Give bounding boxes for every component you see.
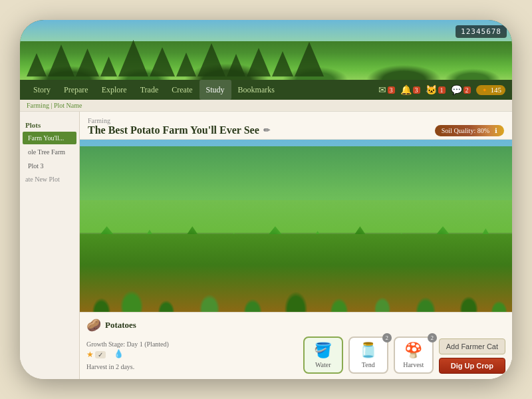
water-icon: 🪣	[314, 342, 332, 359]
farm-illustration	[80, 140, 512, 312]
crop-icon: 🥔	[86, 318, 101, 332]
water-label: Water	[315, 361, 331, 368]
harvest-text: Harvest in 2 days.	[86, 363, 303, 370]
mail-icon: ✉	[378, 84, 386, 96]
content-panel: Farming The Best Potato Farm You'll Ever…	[80, 112, 512, 379]
edit-icon[interactable]: ✏	[263, 126, 270, 136]
content-category: Farming	[88, 117, 504, 124]
harvest-icon: 🍄	[404, 342, 422, 359]
action-panel: 🥔 Potatoes Growth Stage: Day 1 (Planted)…	[80, 312, 512, 379]
nav-prepare[interactable]: Prepare	[57, 80, 95, 100]
action-harvest-wrap: 🍄 Harvest 2	[394, 336, 434, 374]
breadcrumb-bar: Farming | Plot Name	[20, 100, 512, 112]
sidebar-item-0[interactable]: Farm You'll...	[23, 132, 76, 144]
nav-bar: Story Prepare Explore Trade Create Study…	[20, 80, 512, 100]
action-tend-button[interactable]: 🫙 Tend	[348, 336, 388, 374]
content-header: Farming The Best Potato Farm You'll Ever…	[80, 112, 512, 140]
sidebar-item-2[interactable]: Plot 3	[23, 160, 76, 172]
star-row: ★ ✓ 💧	[86, 349, 303, 361]
harvest-label: Harvest	[403, 361, 424, 368]
nav-bookmarks[interactable]: Bookmarks	[231, 80, 281, 100]
tend-count: 2	[382, 333, 392, 342]
breadcrumb-parent[interactable]: Farming	[27, 102, 49, 109]
cat-badge[interactable]: 🐱 1	[426, 84, 446, 96]
star-icon: ★	[86, 350, 94, 360]
main-area: Plots Farm You'll... ole Tree Farm Plot …	[20, 112, 512, 379]
cat-icon: 🐱	[426, 84, 437, 96]
sidebar-item-1[interactable]: ole Tree Farm	[23, 146, 76, 158]
sidebar-add-new[interactable]: ate New Plot	[20, 173, 79, 186]
soil-quality-badge: Soil Quality: 80% ℹ	[435, 125, 504, 136]
progress-drop-icon: 💧	[114, 349, 124, 359]
coin-badge[interactable]: 🔸 145	[476, 85, 506, 95]
left-info: Growth Stage: Day 1 (Planted) ★ ✓ 💧	[86, 340, 303, 370]
harvest-count: 2	[428, 333, 437, 342]
dig-up-crop-button[interactable]: Dig Up Crop	[439, 358, 505, 374]
add-farmer-cat-button[interactable]: Add Farmer Cat	[439, 338, 505, 354]
action-tend-wrap: 🫙 Tend 2	[348, 336, 388, 374]
level-badge: ✓	[95, 351, 106, 358]
nav-create[interactable]: Create	[165, 80, 199, 100]
growth-label: Growth Stage: Day 1 (Planted)	[86, 340, 169, 348]
nav-trade[interactable]: Trade	[134, 80, 166, 100]
chat-count: 2	[464, 86, 471, 94]
tend-label: Tend	[362, 361, 375, 368]
action-bottom-row: Growth Stage: Day 1 (Planted) ★ ✓ 💧	[86, 336, 505, 374]
crop-name: Potatoes	[105, 320, 136, 331]
foreground-plants	[80, 260, 512, 312]
nav-explore[interactable]: Explore	[95, 80, 134, 100]
bell-count: 3	[413, 86, 420, 94]
sidebar-section-title: Plots	[20, 117, 79, 131]
coin-icon: 🔸	[480, 86, 489, 94]
mail-count: 3	[388, 86, 395, 94]
action-water-wrap: 🪣 Water	[303, 336, 343, 374]
soil-info-icon[interactable]: ℹ	[495, 127, 497, 134]
bell-badge[interactable]: 🔔 3	[400, 84, 420, 96]
nav-study[interactable]: Study	[200, 80, 231, 100]
nav-story[interactable]: Story	[27, 80, 57, 100]
breadcrumb-current: Plot Name	[54, 102, 82, 109]
crop-growth-stage: Growth Stage: Day 1 (Planted)	[86, 340, 303, 348]
score-badge: 12345678	[456, 25, 507, 38]
tend-icon: 🫙	[359, 342, 377, 359]
cat-count: 1	[438, 86, 446, 94]
crop-header: 🥔 Potatoes	[86, 318, 505, 332]
chat-badge[interactable]: 💬 2	[451, 84, 471, 96]
action-water-button[interactable]: 🪣 Water	[303, 336, 343, 374]
coin-count: 145	[491, 86, 502, 94]
soil-quality-label: Soil Quality: 80%	[442, 127, 489, 134]
mail-badge[interactable]: ✉ 3	[378, 84, 395, 96]
sidebar: Plots Farm You'll... ole Tree Farm Plot …	[20, 112, 80, 379]
action-harvest-button[interactable]: 🍄 Harvest	[394, 336, 434, 374]
tablet-frame: 12345678 Story Prepare Explore Trade Cre…	[20, 20, 512, 379]
content-title: The Best Potato Farm You'll Ever See ✏	[88, 124, 270, 136]
hero-banner: 12345678	[20, 20, 512, 80]
chat-icon: 💬	[451, 84, 462, 96]
content-title-text: The Best Potato Farm You'll Ever See	[88, 124, 259, 136]
bell-icon: 🔔	[400, 84, 412, 96]
